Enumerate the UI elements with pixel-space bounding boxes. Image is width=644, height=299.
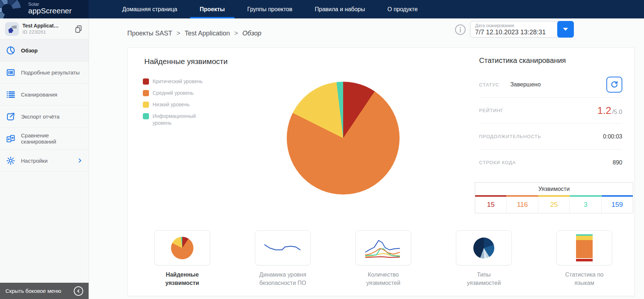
sidebar-item-detailed-results[interactable]: Подробные результаты	[0, 61, 89, 84]
thumbnail-card	[255, 230, 311, 265]
duration-row: ПРОДОЛЖИТЕЛЬНОСТЬ 0:00:03	[479, 124, 622, 150]
breadcrumb-test-application[interactable]: Test Application	[185, 30, 230, 37]
scan-date-dropdown-button[interactable]	[557, 21, 574, 38]
nav-item-rules-and-sets[interactable]: Правила и наборы	[306, 0, 375, 18]
chevron-left-circle-icon	[74, 286, 83, 296]
top-navigation-bar: Solar appScreener Домашняя страница Прое…	[0, 0, 644, 18]
legend-item-low: Низкий уровень	[143, 101, 209, 108]
vuln-count-low: 25	[538, 195, 570, 213]
thumbnail-label: Динамика уровнябезопасности ПО	[238, 270, 328, 287]
info-icon	[455, 24, 466, 35]
legend-swatch-critical	[143, 78, 149, 85]
project-name: Test Applicat…	[22, 23, 73, 29]
sidebar-item-label: Настройки	[21, 158, 48, 164]
thumbnail-label: Найденныеуязвимости	[137, 270, 227, 287]
thumbnail-security-level-dynamics[interactable]: Динамика уровнябезопасности ПО	[255, 230, 311, 265]
thumbnail-vulnerability-count[interactable]: Количествоуязвимостей	[355, 230, 411, 265]
duration-value: 0:00:03	[603, 133, 622, 140]
sidebar-item-label: Подробные результаты	[21, 69, 80, 76]
sidebar-item-export-report[interactable]: Экспорт отчёта	[0, 106, 89, 128]
status-left: СТАТУС Завершено	[479, 81, 541, 88]
legend-swatch-medium	[143, 90, 149, 96]
vuln-count-medium: 116	[507, 195, 538, 213]
legend-item-info: Информационный уровень	[143, 113, 209, 127]
scans-list-icon	[6, 90, 16, 99]
thumbnail-card	[355, 230, 411, 265]
vuln-count-info: 3	[570, 195, 601, 213]
nav-item-home[interactable]: Домашняя страница	[113, 0, 187, 18]
sidebar-item-overview[interactable]: Обзор	[0, 39, 89, 61]
rescan-button[interactable]	[606, 77, 622, 93]
vulnerabilities-table-row: 15 116 25 3 159	[475, 195, 633, 213]
chevron-right-icon	[77, 158, 83, 163]
thumbnail-label: Типыуязвимостей	[439, 270, 529, 287]
copy-icon	[74, 25, 83, 33]
export-report-icon	[6, 112, 16, 121]
legend-item-medium: Средний уровень	[143, 90, 209, 97]
nav-item-projects[interactable]: Проекты	[190, 0, 234, 18]
pie-thumbnail-icon	[171, 237, 193, 259]
overview-card: Найденные уязвимости Критический уровень…	[127, 47, 635, 296]
nav-item-project-groups[interactable]: Группы проектов	[238, 0, 302, 18]
sidebar-item-compare-scans[interactable]: Сравнение сканирований	[0, 128, 89, 150]
sidebar-item-label: Обзор	[21, 47, 38, 54]
settings-gear-icon	[6, 156, 16, 166]
thumbnail-vulnerability-types[interactable]: Типыуязвимостей	[456, 230, 512, 265]
duration-label: ПРОДОЛЖИТЕЛЬНОСТЬ	[479, 134, 541, 139]
status-row: СТАТУС Завершено	[479, 72, 622, 98]
solar-logo-icon	[0, 0, 21, 18]
sidebar: Test Applicat… ID 223D51 Обзор Подробные…	[0, 18, 89, 299]
chart-title: Найденные уязвимости	[144, 57, 227, 66]
thumbnail-language-statistics[interactable]: Статистика поязыкам	[556, 230, 612, 265]
sidebar-item-scans[interactable]: Сканирования	[0, 84, 89, 106]
status-label: СТАТУС	[479, 82, 499, 87]
breadcrumb-separator: >	[234, 30, 238, 37]
sidebar-item-label: Сканирования	[21, 91, 57, 98]
caret-down-icon	[563, 28, 568, 31]
main-area: Проекты SAST > Test Application > Обзор …	[89, 18, 644, 299]
legend-swatch-info	[143, 113, 149, 119]
compare-scans-icon	[6, 134, 16, 144]
sidebar-item-label: Сравнение сканирований	[21, 132, 83, 145]
logo-block[interactable]: Solar appScreener	[0, 0, 89, 18]
nav-item-about[interactable]: О продукте	[378, 0, 427, 18]
vuln-count-critical: 15	[475, 195, 507, 213]
rating: 1.2 /5.0	[597, 105, 622, 116]
pie-chart-icon	[6, 46, 16, 55]
scan-date-selector[interactable]: Дата сканирования 7/7 12.10.2023 13:28:3…	[470, 21, 574, 38]
vulnerabilities-table-title: Уязвимости	[475, 183, 633, 195]
vulnerabilities-pie-chart	[287, 82, 400, 195]
stacked-bar-thumbnail-icon	[576, 234, 593, 261]
thumbnail-card	[456, 230, 512, 265]
collapse-sidebar-button[interactable]: Скрыть боковое меню	[0, 283, 89, 299]
rating-scale: /5.0	[612, 108, 622, 116]
thumbnail-label: Статистика поязыкам	[539, 270, 630, 287]
navy-pie-thumbnail-icon	[473, 238, 494, 259]
scan-date-label: Дата сканирования	[475, 23, 514, 28]
pie-legend: Критический уровень Средний уровень Низк…	[143, 78, 209, 131]
lines-of-code-row: СТРОКИ КОДА 890	[479, 150, 622, 175]
scan-stats-title: Статистика сканирования	[479, 56, 566, 65]
rating-label: РЕЙТИНГ	[479, 108, 503, 113]
project-avatar	[5, 22, 19, 36]
vulnerabilities-table: Уязвимости 15 116 25 3 159	[475, 182, 633, 213]
solar-appscreener-app: Solar appScreener Домашняя страница Прое…	[0, 0, 644, 299]
scan-date-value: 7/7 12.10.2023 13:28:31	[475, 29, 546, 36]
rating-value: 1.2	[597, 105, 611, 116]
thumbnail-found-vulnerabilities[interactable]: Найденныеуязвимости	[154, 230, 210, 265]
project-id: ID 223D51	[22, 29, 73, 35]
chart-thumbnails: Найденныеуязвимости Динамика уровнябезоп…	[154, 230, 644, 265]
breadcrumb-projects-sast[interactable]: Проекты SAST	[127, 30, 172, 37]
sidebar-item-settings[interactable]: Настройки	[0, 150, 89, 172]
project-meta: Test Applicat… ID 223D51	[22, 23, 73, 35]
top-nav-menu: Домашняя страница Проекты Группы проекто…	[113, 0, 427, 18]
thumbnail-card	[154, 230, 210, 265]
lines-of-code-label: СТРОКИ КОДА	[479, 160, 516, 165]
breadcrumb-separator: >	[176, 30, 180, 37]
copy-project-id-button[interactable]	[73, 24, 84, 34]
multiline-chart-thumbnail-icon	[363, 237, 403, 259]
breadcrumb: Проекты SAST > Test Application > Обзор	[127, 26, 261, 40]
info-button[interactable]	[455, 24, 466, 35]
legend-item-critical: Критический уровень	[143, 78, 209, 85]
project-header: Test Applicat… ID 223D51	[0, 18, 89, 39]
